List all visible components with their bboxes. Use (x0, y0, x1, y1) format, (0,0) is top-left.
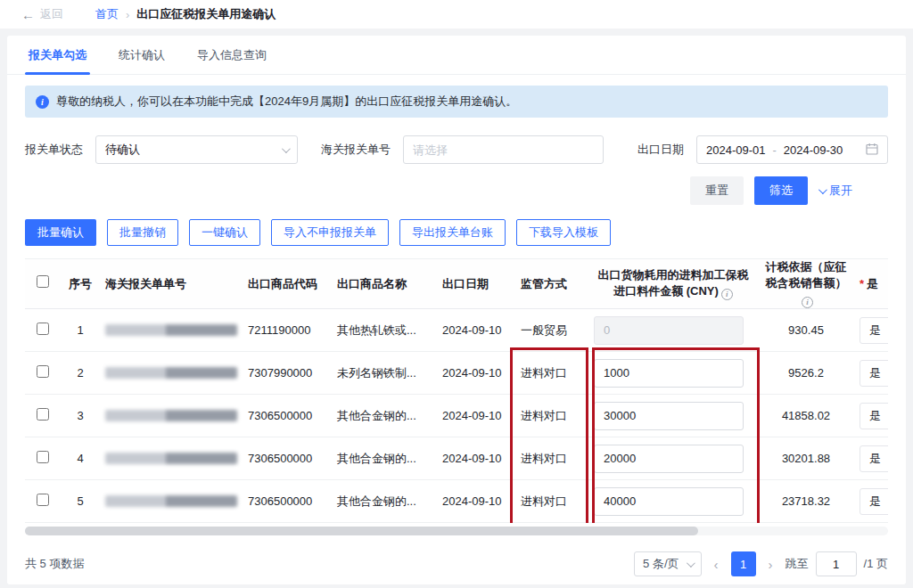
confirm-select-value: 是 (869, 408, 881, 424)
row-commodity-code: 7306500000 (243, 395, 332, 437)
table-container: 序号 海关报关单单号 出口商品代码 出口商品名称 出口日期 监管方式 出口货物耗… (25, 258, 888, 523)
status-select[interactable]: 待确认 (95, 135, 298, 164)
row-commodity-name: 未列名钢铁制... (332, 352, 437, 395)
row-checkbox[interactable] (37, 408, 49, 421)
export-date-end: 2024-09-30 (784, 143, 843, 157)
row-supervision-mode: 一般贸易 (515, 309, 588, 352)
confirm-select-value: 是 (869, 494, 881, 510)
one-click-confirm-button[interactable]: 一键确认 (189, 219, 260, 246)
next-page-button[interactable]: › (767, 557, 775, 572)
reset-button[interactable]: 重置 (690, 176, 744, 205)
page-size-value: 5 条/页 (643, 556, 679, 572)
header-commodity-code: 出口商品代码 (243, 259, 332, 309)
expand-label: 展开 (829, 183, 852, 199)
breadcrumb-separator: › (126, 8, 129, 21)
filter-button[interactable]: 筛选 (754, 176, 808, 205)
back-button[interactable]: ← 返回 (21, 6, 63, 22)
header-material-amount: 出口货物耗用的进料加工保税进口料件金额 (CNY)i (588, 259, 758, 309)
confirm-select[interactable]: 是 (860, 445, 888, 472)
row-checkbox[interactable] (37, 451, 49, 463)
filter-row: 报关单状态 待确认 海关报关单号 出口日期 2024-09-01 - 2024-… (7, 118, 906, 164)
chevron-down-icon (818, 185, 827, 194)
header-confirm: *是 (854, 259, 888, 309)
page-size-select[interactable]: 5 条/页 (634, 551, 701, 576)
material-amount-input[interactable] (594, 487, 744, 516)
export-date-start: 2024-09-01 (706, 143, 766, 157)
customs-no-filter-label: 海关报关单号 (321, 142, 391, 158)
table-row: 5 7306500000 其他合金钢的... 2024-09-10 进料对口 2… (25, 480, 888, 523)
prev-page-button[interactable]: ‹ (712, 557, 720, 572)
export-ledger-button[interactable]: 导出报关单台账 (399, 219, 506, 246)
chevron-down-icon (282, 144, 291, 153)
header-export-date: 出口日期 (437, 259, 515, 309)
tab-declaration-select[interactable]: 报关单勾选 (29, 36, 86, 75)
export-date-range-picker[interactable]: 2024-09-01 - 2024-09-30 (696, 135, 888, 164)
row-commodity-code: 7306500000 (243, 480, 332, 523)
table-row: 3 7306500000 其他合金钢的... 2024-09-10 进料对口 4… (25, 395, 888, 437)
expand-toggle[interactable]: 展开 (818, 183, 852, 199)
import-undeclared-button[interactable]: 导入不申报报关单 (271, 219, 389, 246)
info-icon: i (36, 95, 49, 109)
row-tax-basis: 41858.02 (758, 395, 854, 437)
calendar-icon (866, 143, 878, 158)
batch-confirm-button[interactable]: 批量确认 (25, 219, 96, 246)
material-amount-input[interactable] (594, 402, 744, 430)
row-supervision-mode: 进料对口 (515, 437, 588, 480)
customs-declaration-number-redacted (105, 410, 237, 421)
material-amount-input[interactable] (594, 359, 744, 388)
main-card: 报关单勾选 统计确认 导入信息查询 i 尊敬的纳税人，你可以在本功能中完成【20… (7, 36, 906, 584)
row-seq: 4 (61, 437, 100, 480)
horizontal-scrollbar-track (25, 527, 888, 535)
export-date-filter-label: 出口日期 (637, 142, 684, 158)
row-tax-basis: 9526.2 (758, 352, 854, 395)
horizontal-scrollbar-thumb[interactable] (25, 527, 698, 535)
status-filter-label: 报关单状态 (25, 142, 83, 158)
tab-import-info-query[interactable]: 导入信息查询 (197, 36, 267, 75)
header-seq: 序号 (61, 259, 100, 309)
row-tax-basis: 30201.88 (758, 437, 854, 480)
confirm-select[interactable]: 是 (860, 403, 888, 429)
table-header-row: 序号 海关报关单单号 出口商品代码 出口商品名称 出口日期 监管方式 出口货物耗… (25, 259, 888, 309)
table-row: 4 7306500000 其他合金钢的... 2024-09-10 进料对口 3… (25, 437, 888, 480)
row-commodity-code: 7306500000 (243, 437, 332, 480)
header-commodity-name: 出口商品名称 (332, 259, 437, 309)
material-amount-input[interactable] (594, 445, 744, 473)
confirm-select[interactable]: 是 (860, 488, 888, 515)
confirm-select-value: 是 (869, 323, 881, 339)
breadcrumb: 首页 › 出口应征税报关单用途确认 (95, 6, 276, 22)
table-footer: 共 5 项数据 5 条/页 ‹ 1 › 跳至 /1 页 (7, 535, 906, 576)
customs-declaration-number-redacted (105, 324, 237, 336)
status-select-value: 待确认 (105, 142, 140, 158)
material-amount-input[interactable] (594, 316, 744, 345)
customs-no-input[interactable] (413, 143, 594, 157)
date-range-separator: - (772, 143, 776, 157)
download-template-button[interactable]: 下载导入模板 (516, 219, 611, 246)
row-tax-basis: 930.45 (758, 309, 854, 352)
info-banner-text: 尊敬的纳税人，你可以在本功能中完成【2024年9月属期】的出口应征税报关单用途确… (56, 94, 517, 110)
confirm-select[interactable]: 是 (860, 360, 888, 387)
batch-cancel-button[interactable]: 批量撤销 (107, 219, 178, 246)
info-circle-icon[interactable]: i (802, 297, 813, 308)
info-circle-icon[interactable]: i (721, 289, 733, 300)
filter-buttons-row: 重置 筛选 展开 (7, 164, 906, 205)
select-all-checkbox[interactable] (37, 275, 49, 288)
row-checkbox[interactable] (37, 323, 49, 335)
row-commodity-name: 其他合金钢的... (332, 480, 437, 523)
page-number-button[interactable]: 1 (731, 551, 756, 576)
info-banner: i 尊敬的纳税人，你可以在本功能中完成【2024年9月属期】的出口应征税报关单用… (25, 86, 888, 118)
row-supervision-mode: 进料对口 (515, 395, 588, 437)
row-seq: 3 (61, 395, 100, 437)
row-commodity-code: 7307990000 (243, 352, 332, 395)
row-checkbox[interactable] (37, 365, 49, 378)
row-commodity-name: 其他热轧铁或... (332, 309, 437, 352)
row-tax-basis: 23718.32 (758, 480, 854, 523)
tab-statistics-confirm[interactable]: 统计确认 (119, 36, 165, 75)
row-export-date: 2024-09-10 (437, 395, 515, 437)
breadcrumb-home[interactable]: 首页 (95, 6, 119, 22)
row-checkbox[interactable] (37, 494, 49, 506)
jump-page-input[interactable] (816, 551, 857, 576)
customs-declaration-number-redacted (105, 495, 237, 507)
tab-bar: 报关单勾选 统计确认 导入信息查询 (7, 36, 906, 75)
row-supervision-mode: 进料对口 (515, 480, 588, 523)
confirm-select[interactable]: 是 (860, 317, 888, 344)
